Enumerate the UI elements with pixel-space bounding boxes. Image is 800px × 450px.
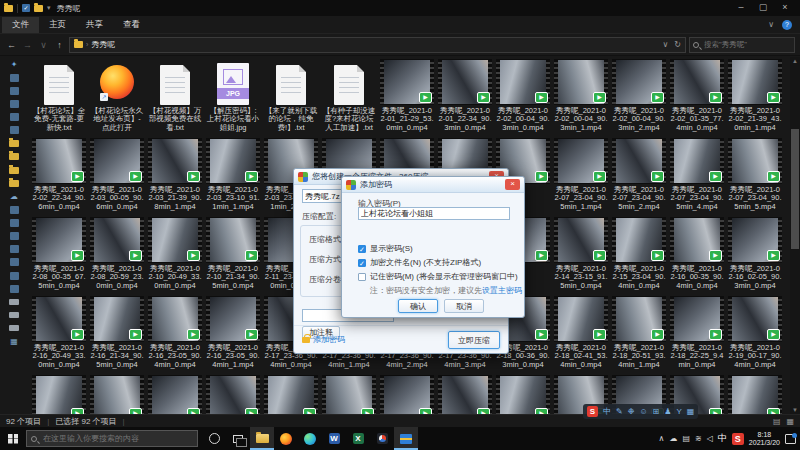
file-item[interactable]: ▶秀秀呢_2021-02-14_23-15_91.5min_0.mp4	[553, 217, 609, 294]
file-item[interactable]: 【村花论坛】全免费-无套路-更新快.txt	[31, 59, 87, 136]
file-item[interactable]: ▶秀秀呢	[147, 375, 203, 414]
tab-share[interactable]: 共享	[76, 17, 113, 33]
input-language-indicator[interactable]: 中	[718, 432, 727, 445]
taskbar-app-edge[interactable]	[298, 427, 322, 450]
scroll-up-icon[interactable]: ▲	[790, 57, 800, 65]
file-item[interactable]: ▶秀秀呢_2021-02-02_22-34_90.6min_0.mp4	[31, 138, 87, 215]
sogou-skin-icon[interactable]: Y	[676, 404, 681, 419]
sidebar-item-this-pc[interactable]	[9, 205, 20, 214]
sidebar-item-disk[interactable]	[9, 297, 20, 306]
file-item[interactable]: ▶秀秀呢_2021-02-02_01-35_77.4min_0.mp4	[669, 59, 725, 136]
sidebar-item-documents[interactable]	[9, 100, 20, 109]
file-item[interactable]: ↗【村花论坛永久地址发布页】-点此打开	[89, 59, 145, 136]
tab-home[interactable]: 主页	[39, 17, 76, 33]
file-item[interactable]: ▶秀秀呢	[727, 375, 783, 414]
file-item[interactable]: ▶秀秀呢_2021-02-01_22-34_90.3min_0.mp4	[437, 59, 493, 136]
forward-button[interactable]: →	[21, 40, 34, 50]
file-item[interactable]: ▶秀秀呢	[263, 375, 319, 414]
file-item[interactable]: ▶秀秀呢_2021-02-16_23-05_90.4min_1.mp4	[205, 296, 261, 373]
password-dialog-titlebar[interactable]: 添加密码 ×	[342, 177, 524, 193]
file-item[interactable]: ▶秀秀呢_2021-02-02_00-04_90.3min_2.mp4	[611, 59, 667, 136]
back-button[interactable]: ←	[5, 40, 18, 50]
sidebar-item-folder[interactable]	[9, 166, 20, 175]
sidebar-item-network[interactable]: ▦	[9, 337, 20, 346]
file-item[interactable]: ▶秀秀呢_2021-02-19_00-17_90.4min_0.mp4	[727, 296, 783, 373]
properties-icon[interactable]: ✓	[22, 4, 30, 12]
tab-view[interactable]: 查看	[113, 17, 150, 33]
file-item[interactable]: ▶秀秀呢	[89, 375, 145, 414]
file-item[interactable]: ▶秀秀呢_2021-02-10_21-34_90.5min_0.mp4	[205, 217, 261, 294]
file-item[interactable]: ▶秀秀呢_2021-02-16_20-49_33.0min_0.mp4	[31, 296, 87, 373]
tray-expand-icon[interactable]: ∧	[659, 434, 665, 443]
thumbnail-view-icon[interactable]: ▦	[786, 417, 794, 426]
address-dropdown-chevron-icon[interactable]: ∨	[662, 40, 668, 49]
file-item[interactable]: 【来了就别下载的论坛，纯免费!】.txt	[263, 59, 319, 136]
onedrive-cloud-icon[interactable]: ☁	[669, 434, 677, 443]
confirm-button[interactable]: 确认	[398, 299, 438, 313]
sidebar-item-onedrive[interactable]: ☁	[9, 192, 20, 201]
taskbar-app-word[interactable]: W	[322, 427, 346, 450]
checkbox-unchecked-icon[interactable]	[358, 273, 366, 281]
taskbar-clock[interactable]: 8:18 2021/3/20	[749, 431, 780, 447]
sogou-symbols-icon[interactable]: ❉	[628, 404, 635, 419]
sidebar-item-videos[interactable]	[9, 126, 20, 135]
customize-qat-chevron-icon[interactable]: ▾	[47, 4, 51, 12]
file-item[interactable]: ▶秀秀呢_2021-02-18_22-25_9.4min_0.mp4	[669, 296, 725, 373]
file-item[interactable]: ▶秀秀呢_2021-02-08_20-59_23.0min_0.mp4	[89, 217, 145, 294]
file-item[interactable]: 【有种子却没速度?来村花论坛人工加速】.txt	[321, 59, 377, 136]
file-item[interactable]: ▶秀秀呢_2021-02-15_23-04_90.4min_0.mp4	[611, 217, 667, 294]
minimize-button[interactable]: –	[730, 0, 752, 16]
file-item[interactable]: ▶秀秀呢	[205, 375, 261, 414]
sidebar-item-documents[interactable]	[9, 245, 20, 254]
file-item[interactable]: ▶秀秀呢	[321, 375, 377, 414]
sidebar-item-quick-access-pin[interactable]: ✦	[9, 60, 20, 69]
file-item[interactable]: ▶秀秀呢_2021-02-18_20-51_93.4min_1.mp4	[611, 296, 667, 373]
file-item[interactable]: ▶秀秀呢_2021-02-02_00-04_90.3min_1.mp4	[553, 59, 609, 136]
add-password-link[interactable]: 添加密码	[313, 334, 345, 345]
vertical-scrollbar[interactable]: ▲ ▼	[790, 57, 800, 414]
sidebar-item-desktop[interactable]	[9, 73, 20, 82]
refresh-icon[interactable]: ↻	[674, 40, 681, 49]
taskbar-app-360zip[interactable]	[394, 427, 418, 450]
taskbar-app-excel[interactable]: X	[346, 427, 370, 450]
file-item[interactable]: ▶秀秀呢_2021-02-02_00-04_90.3min_0.mp4	[495, 59, 551, 136]
taskbar-app-task-view[interactable]	[226, 427, 250, 450]
close-button[interactable]: ×	[774, 0, 796, 16]
taskbar-search-input[interactable]	[41, 433, 193, 444]
file-item[interactable]: ▶秀秀呢	[495, 375, 551, 414]
new-folder-icon[interactable]	[34, 5, 43, 12]
sidebar-item-pictures[interactable]	[9, 284, 20, 293]
storage-device-icon[interactable]: ▤	[682, 434, 690, 443]
file-item[interactable]: ▶秀秀呢_2021-02-01_21-29_53.0min_0.mp4	[379, 59, 435, 136]
start-button[interactable]	[0, 427, 26, 450]
file-item[interactable]: ▶秀秀呢_2021-02-10_20-49_33.0min_0.mp4	[147, 217, 203, 294]
network-icon[interactable]: ≋	[695, 434, 702, 443]
checkbox-checked-icon[interactable]: ✓	[358, 259, 366, 267]
sidebar-item-disk[interactable]	[9, 311, 20, 320]
set-master-password-link[interactable]: 设置主密码	[482, 286, 522, 295]
close-icon[interactable]: ×	[505, 179, 520, 190]
file-item[interactable]: ▶秀秀呢_2021-02-03_23-10_91.1min_1.mp4	[205, 138, 261, 215]
password-input[interactable]	[358, 207, 510, 220]
sogou-tray-icon[interactable]: S	[732, 433, 744, 445]
sidebar-item-folder[interactable]	[9, 139, 20, 148]
cancel-button[interactable]: 取消	[444, 299, 484, 313]
sogou-pen-icon[interactable]: ✎	[616, 404, 623, 419]
details-view-icon[interactable]: ▤	[773, 417, 781, 426]
taskbar-search-box[interactable]	[26, 430, 198, 447]
file-item[interactable]: ▶秀秀呢_2021-02-16_02-05_90.3min_0.mp4	[727, 217, 783, 294]
file-item[interactable]: ▶秀秀呢	[379, 375, 435, 414]
compress-now-button[interactable]: 立即压缩	[448, 331, 500, 349]
file-item[interactable]: ▶秀秀呢_2021-02-02_21-39_43.0min_1.mp4	[727, 59, 783, 136]
file-item[interactable]: JPG【解压密码】:上村花论坛看小姐姐.jpg	[205, 59, 261, 136]
taskbar-app-firefox[interactable]	[274, 427, 298, 450]
file-item[interactable]: ▶秀秀呢_2021-02-18_02-41_53.4min_0.mp4	[553, 296, 609, 373]
file-item[interactable]: ▶秀秀呢_2021-02-03_21-39_90.8min_1.mp4	[147, 138, 203, 215]
recent-locations-chevron-icon[interactable]: ∨	[37, 40, 50, 50]
file-item[interactable]: ▶秀秀呢	[437, 375, 493, 414]
sidebar-item-music[interactable]	[9, 271, 20, 280]
up-button[interactable]: ↑	[53, 40, 66, 50]
help-icon[interactable]: ?	[782, 20, 792, 30]
maximize-button[interactable]: ▢	[752, 0, 774, 16]
sogou-input-mode-icon[interactable]: 中	[603, 404, 611, 419]
